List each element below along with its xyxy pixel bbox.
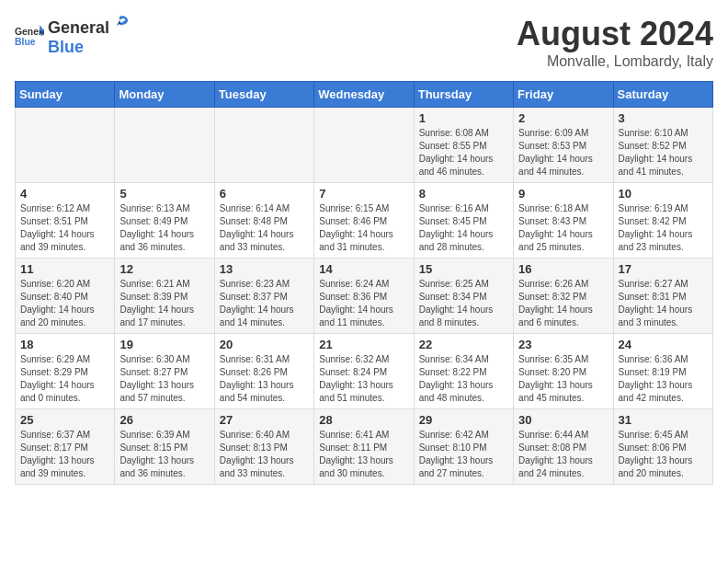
day-number: 31 <box>619 413 708 427</box>
day-info: Sunrise: 6:35 AM Sunset: 8:20 PM Dayligh… <box>518 353 608 405</box>
subtitle: Monvalle, Lombardy, Italy <box>517 53 713 70</box>
day-info: Sunrise: 6:29 AM Sunset: 8:29 PM Dayligh… <box>20 353 109 405</box>
cell-3-3: 21Sunrise: 6:32 AM Sunset: 8:24 PM Dayli… <box>314 334 414 409</box>
cell-3-6: 24Sunrise: 6:36 AM Sunset: 8:19 PM Dayli… <box>613 334 712 409</box>
day-info: Sunrise: 6:42 AM Sunset: 8:10 PM Dayligh… <box>419 429 508 480</box>
main-title: August 2024 <box>517 15 713 53</box>
day-number: 2 <box>518 111 608 125</box>
cell-4-0: 25Sunrise: 6:37 AM Sunset: 8:17 PM Dayli… <box>16 409 115 485</box>
day-number: 13 <box>220 262 309 276</box>
day-number: 25 <box>20 413 109 427</box>
cell-2-3: 14Sunrise: 6:24 AM Sunset: 8:36 PM Dayli… <box>314 259 414 334</box>
cell-2-2: 13Sunrise: 6:23 AM Sunset: 8:37 PM Dayli… <box>214 259 313 334</box>
day-number: 22 <box>419 338 508 351</box>
cell-0-5: 2Sunrise: 6:09 AM Sunset: 8:53 PM Daylig… <box>514 108 613 183</box>
cell-3-2: 20Sunrise: 6:31 AM Sunset: 8:26 PM Dayli… <box>214 334 313 409</box>
title-area: August 2024 Monvalle, Lombardy, Italy <box>517 15 713 70</box>
day-number: 30 <box>518 413 608 427</box>
day-number: 28 <box>319 413 408 427</box>
day-info: Sunrise: 6:32 AM Sunset: 8:24 PM Dayligh… <box>319 353 408 405</box>
day-number: 5 <box>119 187 209 201</box>
cell-2-4: 15Sunrise: 6:25 AM Sunset: 8:34 PM Dayli… <box>414 259 513 334</box>
cell-1-0: 4Sunrise: 6:12 AM Sunset: 8:51 PM Daylig… <box>16 183 115 259</box>
header-thursday: Thursday <box>414 82 513 108</box>
day-number: 12 <box>119 262 209 276</box>
cell-1-4: 8Sunrise: 6:16 AM Sunset: 8:45 PM Daylig… <box>414 183 513 259</box>
svg-text:Blue: Blue <box>15 37 36 47</box>
header: General Blue General Blue August 2024 Mo… <box>15 15 713 70</box>
day-info: Sunrise: 6:40 AM Sunset: 8:13 PM Dayligh… <box>220 429 309 480</box>
day-number: 1 <box>419 111 508 125</box>
day-number: 10 <box>619 187 708 201</box>
day-info: Sunrise: 6:31 AM Sunset: 8:26 PM Dayligh… <box>220 353 309 405</box>
logo-general: General <box>48 18 109 38</box>
week-row-2: 4Sunrise: 6:12 AM Sunset: 8:51 PM Daylig… <box>16 183 713 259</box>
header-saturday: Saturday <box>613 82 712 108</box>
cell-0-0 <box>16 108 115 183</box>
day-number: 29 <box>419 413 508 427</box>
cell-2-0: 11Sunrise: 6:20 AM Sunset: 8:40 PM Dayli… <box>16 259 115 334</box>
logo-bird-icon <box>109 15 130 33</box>
cell-3-5: 23Sunrise: 6:35 AM Sunset: 8:20 PM Dayli… <box>514 334 613 409</box>
day-info: Sunrise: 6:44 AM Sunset: 8:08 PM Dayligh… <box>518 429 608 480</box>
day-number: 6 <box>220 187 309 201</box>
cell-2-5: 16Sunrise: 6:26 AM Sunset: 8:32 PM Dayli… <box>514 259 613 334</box>
cell-4-4: 29Sunrise: 6:42 AM Sunset: 8:10 PM Dayli… <box>414 409 513 485</box>
day-info: Sunrise: 6:21 AM Sunset: 8:39 PM Dayligh… <box>119 278 209 329</box>
header-friday: Friday <box>514 82 613 108</box>
day-number: 17 <box>619 262 708 276</box>
day-number: 21 <box>319 338 408 351</box>
day-number: 26 <box>119 413 209 427</box>
day-info: Sunrise: 6:45 AM Sunset: 8:06 PM Dayligh… <box>619 429 708 480</box>
day-number: 15 <box>419 262 508 276</box>
cell-4-5: 30Sunrise: 6:44 AM Sunset: 8:08 PM Dayli… <box>514 409 613 485</box>
cell-4-3: 28Sunrise: 6:41 AM Sunset: 8:11 PM Dayli… <box>314 409 414 485</box>
week-row-5: 25Sunrise: 6:37 AM Sunset: 8:17 PM Dayli… <box>16 409 713 485</box>
cell-3-4: 22Sunrise: 6:34 AM Sunset: 8:22 PM Dayli… <box>414 334 513 409</box>
cell-4-1: 26Sunrise: 6:39 AM Sunset: 8:15 PM Dayli… <box>115 409 214 485</box>
day-number: 20 <box>220 338 309 351</box>
header-row: SundayMondayTuesdayWednesdayThursdayFrid… <box>16 82 713 108</box>
cell-0-3 <box>314 108 414 183</box>
day-number: 3 <box>619 111 708 125</box>
week-row-3: 11Sunrise: 6:20 AM Sunset: 8:40 PM Dayli… <box>16 259 713 334</box>
day-info: Sunrise: 6:26 AM Sunset: 8:32 PM Dayligh… <box>518 278 608 329</box>
cell-2-6: 17Sunrise: 6:27 AM Sunset: 8:31 PM Dayli… <box>613 259 712 334</box>
cell-0-1 <box>115 108 214 183</box>
day-number: 27 <box>220 413 309 427</box>
day-info: Sunrise: 6:30 AM Sunset: 8:27 PM Dayligh… <box>119 353 209 405</box>
day-info: Sunrise: 6:24 AM Sunset: 8:36 PM Dayligh… <box>319 278 408 329</box>
cell-4-2: 27Sunrise: 6:40 AM Sunset: 8:13 PM Dayli… <box>214 409 313 485</box>
day-info: Sunrise: 6:15 AM Sunset: 8:46 PM Dayligh… <box>319 202 408 254</box>
day-number: 23 <box>518 338 608 351</box>
day-info: Sunrise: 6:36 AM Sunset: 8:19 PM Dayligh… <box>619 353 708 405</box>
header-sunday: Sunday <box>16 82 115 108</box>
logo: General Blue General Blue <box>15 15 130 57</box>
cell-1-6: 10Sunrise: 6:19 AM Sunset: 8:42 PM Dayli… <box>613 183 712 259</box>
cell-1-1: 5Sunrise: 6:13 AM Sunset: 8:49 PM Daylig… <box>115 183 214 259</box>
day-info: Sunrise: 6:20 AM Sunset: 8:40 PM Dayligh… <box>20 278 109 329</box>
header-wednesday: Wednesday <box>314 82 414 108</box>
day-info: Sunrise: 6:25 AM Sunset: 8:34 PM Dayligh… <box>419 278 508 329</box>
day-info: Sunrise: 6:10 AM Sunset: 8:52 PM Dayligh… <box>619 127 708 178</box>
day-info: Sunrise: 6:27 AM Sunset: 8:31 PM Dayligh… <box>619 278 708 329</box>
logo-icon: General Blue <box>15 23 44 49</box>
day-number: 24 <box>619 338 708 351</box>
calendar-table: SundayMondayTuesdayWednesdayThursdayFrid… <box>15 81 713 485</box>
day-number: 4 <box>20 187 109 201</box>
day-info: Sunrise: 6:41 AM Sunset: 8:11 PM Dayligh… <box>319 429 408 480</box>
cell-0-4: 1Sunrise: 6:08 AM Sunset: 8:55 PM Daylig… <box>414 108 513 183</box>
cell-4-6: 31Sunrise: 6:45 AM Sunset: 8:06 PM Dayli… <box>613 409 712 485</box>
day-info: Sunrise: 6:16 AM Sunset: 8:45 PM Dayligh… <box>419 202 508 254</box>
day-info: Sunrise: 6:19 AM Sunset: 8:42 PM Dayligh… <box>619 202 708 254</box>
header-monday: Monday <box>115 82 214 108</box>
cell-1-5: 9Sunrise: 6:18 AM Sunset: 8:43 PM Daylig… <box>514 183 613 259</box>
day-number: 14 <box>319 262 408 276</box>
header-tuesday: Tuesday <box>214 82 313 108</box>
week-row-1: 1Sunrise: 6:08 AM Sunset: 8:55 PM Daylig… <box>16 108 713 183</box>
week-row-4: 18Sunrise: 6:29 AM Sunset: 8:29 PM Dayli… <box>16 334 713 409</box>
cell-0-6: 3Sunrise: 6:10 AM Sunset: 8:52 PM Daylig… <box>613 108 712 183</box>
day-info: Sunrise: 6:34 AM Sunset: 8:22 PM Dayligh… <box>419 353 508 405</box>
day-info: Sunrise: 6:23 AM Sunset: 8:37 PM Dayligh… <box>220 278 309 329</box>
day-info: Sunrise: 6:37 AM Sunset: 8:17 PM Dayligh… <box>20 429 109 480</box>
